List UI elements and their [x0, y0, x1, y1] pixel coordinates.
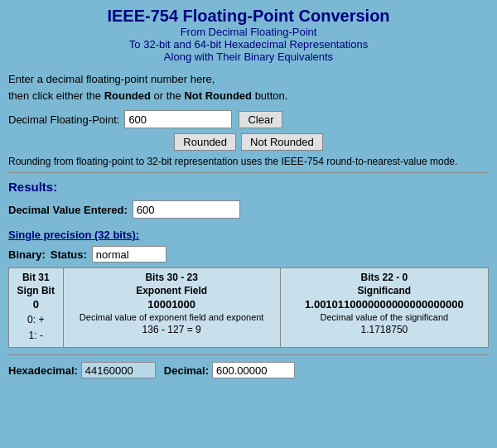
- bits30-23-subheader: Exponent Field: [70, 285, 273, 296]
- bits22-0-desc: Decimal value of the significand: [287, 312, 481, 322]
- intro-text: Enter a decimal floating-point number he…: [8, 71, 489, 104]
- decimal-value-label: Decimal Value Entered:: [8, 204, 128, 216]
- intro-rounded-bold: Rounded: [104, 89, 151, 102]
- bit31-subheader: Sign Bit: [16, 285, 56, 296]
- header-line2: To 32-bit and 64-bit Hexadecimal Represe…: [8, 38, 489, 51]
- hex-input[interactable]: [81, 362, 156, 378]
- bits22-0-eq-value: 1.1718750: [287, 324, 481, 335]
- clear-button[interactable]: Clear: [239, 111, 282, 128]
- single-precision-title: Single precision (32 bits):: [8, 229, 489, 241]
- dec-hex-input[interactable]: [212, 362, 295, 378]
- not-rounded-button[interactable]: Not Rounded: [241, 133, 323, 151]
- results-label: Results:: [8, 180, 489, 194]
- bits22-0-value: 1.0010110000000000000000000: [287, 298, 481, 311]
- rounding-note: Rounding from floating-point to 32-bit r…: [8, 156, 489, 173]
- significand-cell: Bits 22 - 0 Significand 1.00101100000000…: [280, 268, 488, 348]
- intro-line1: Enter a decimal floating-point number he…: [8, 73, 215, 85]
- bit31-value: 0: [16, 298, 56, 311]
- page-title: IEEE-754 Floating-Point Conversion: [8, 7, 489, 26]
- bits22-0-subheader: Significand: [287, 285, 481, 296]
- bits30-23-eq: 136 - 127 = 9: [70, 324, 273, 335]
- bit31-signs: 0: + 1: -: [27, 314, 44, 341]
- bit31-header: Bit 31: [16, 272, 56, 283]
- bits30-23-desc: Decimal value of exponent field and expo…: [70, 312, 273, 322]
- page-header: IEEE-754 Floating-Point Conversion From …: [8, 7, 489, 63]
- bits-table: Bit 31 Sign Bit 0 0: + 1: - Bits 30 - 23…: [8, 267, 489, 348]
- exponent-cell: Bits 30 - 23 Exponent Field 10001000 Dec…: [63, 268, 280, 348]
- intro-line2-post: button.: [252, 89, 287, 102]
- dec-group: Decimal:: [164, 362, 295, 378]
- binary-status-row: Binary: Status:: [8, 246, 489, 263]
- intro-not-rounded-bold: Not Rounded: [184, 89, 252, 102]
- rounded-button[interactable]: Rounded: [174, 133, 236, 151]
- hex-label: Hexadecimal:: [8, 364, 78, 377]
- intro-line2-pre: then click either the: [8, 89, 104, 102]
- decimal-input-label: Decimal Floating-Point:: [8, 113, 119, 126]
- decimal-input[interactable]: [124, 110, 232, 128]
- hex-dec-row: Hexadecimal: Decimal:: [8, 354, 489, 378]
- bit31-line2: 1: -: [29, 330, 43, 341]
- status-label: Status:: [51, 248, 87, 261]
- hex-group: Hexadecimal:: [8, 362, 156, 378]
- decimal-value-row: Decimal Value Entered:: [8, 200, 489, 219]
- conversion-button-row: Rounded Not Rounded: [8, 133, 489, 151]
- header-line3: Along with Their Binary Equivalents: [8, 51, 489, 63]
- status-input[interactable]: [92, 246, 166, 263]
- decimal-value-input[interactable]: [133, 200, 240, 219]
- decimal-input-row: Decimal Floating-Point: Clear: [8, 110, 489, 128]
- sign-bit-cell: Bit 31 Sign Bit 0 0: + 1: -: [9, 268, 64, 348]
- bits30-23-value: 10001000: [70, 298, 273, 311]
- bit31-line1: 0: +: [27, 314, 44, 325]
- bits22-0-header: Bits 22 - 0: [287, 272, 481, 283]
- binary-label: Binary:: [8, 248, 46, 261]
- intro-or: or the: [151, 89, 184, 102]
- bits30-23-header: Bits 30 - 23: [70, 272, 273, 283]
- header-line1: From Decimal Floating-Point: [8, 26, 489, 38]
- dec-hex-label: Decimal:: [164, 364, 209, 377]
